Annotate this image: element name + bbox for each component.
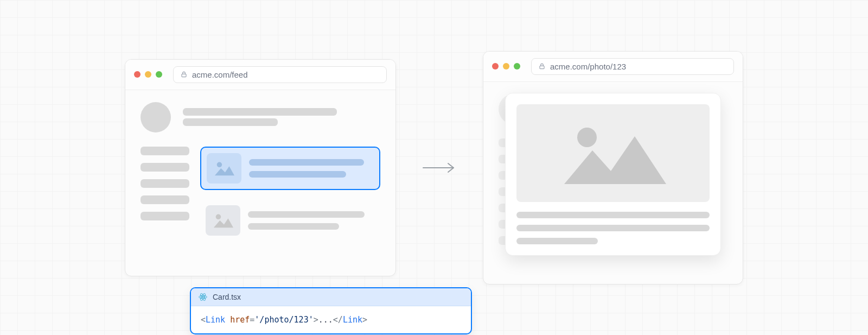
code-filename: Card.tsx <box>213 293 241 301</box>
traffic-lights <box>134 71 162 78</box>
sidebar-skeleton <box>141 147 189 241</box>
skeleton-line <box>141 179 189 188</box>
url-text: acme.com/feed <box>192 70 248 79</box>
skeleton-line <box>249 159 364 166</box>
skeleton-line <box>516 225 710 231</box>
skeleton-line <box>183 108 337 116</box>
skeleton-line <box>516 238 598 244</box>
code-body: <Link href='/photo/123'>...</Link> <box>191 306 471 333</box>
close-icon[interactable] <box>134 71 141 78</box>
url-bar[interactable]: acme.com/feed <box>173 66 387 83</box>
lock-icon <box>180 71 188 78</box>
svg-point-9 <box>577 128 597 147</box>
traffic-lights <box>492 63 520 69</box>
minimize-icon[interactable] <box>503 63 509 69</box>
svg-point-2 <box>216 214 221 219</box>
skeleton-line <box>141 195 189 204</box>
svg-rect-0 <box>182 74 186 77</box>
page-body-feed <box>125 90 395 253</box>
profile-header <box>141 102 380 132</box>
skeleton-line <box>516 212 710 218</box>
svg-rect-8 <box>540 66 544 68</box>
skeleton-line <box>248 223 339 230</box>
minimize-icon[interactable] <box>145 71 151 78</box>
feed-card-selected[interactable] <box>200 147 380 190</box>
page-body-photo <box>483 82 743 257</box>
avatar <box>141 102 171 132</box>
photo-modal <box>505 93 721 256</box>
skeleton-line <box>183 118 278 126</box>
image-placeholder-icon <box>214 160 234 177</box>
arrow-right-icon <box>422 161 457 174</box>
skeleton-line <box>141 212 189 220</box>
browser-window-feed: acme.com/feed <box>125 59 396 276</box>
skeleton-line <box>141 147 189 155</box>
zoom-icon[interactable] <box>514 63 520 69</box>
code-snippet-card: Card.tsx <Link href='/photo/123'>...</Li… <box>190 287 472 334</box>
skeleton-line <box>249 171 346 178</box>
photo-preview <box>516 104 710 202</box>
url-bar[interactable]: acme.com/photo/123 <box>531 58 734 75</box>
browser-titlebar: acme.com/photo/123 <box>483 52 743 82</box>
skeleton-line <box>248 211 365 218</box>
skeleton-line <box>141 163 189 172</box>
card-thumbnail <box>206 205 240 236</box>
react-icon <box>199 293 207 301</box>
lock-icon <box>538 62 546 70</box>
image-placeholder-icon <box>213 212 233 229</box>
url-text: acme.com/photo/123 <box>550 62 626 71</box>
svg-point-1 <box>217 162 222 167</box>
card-thumbnail <box>207 153 241 184</box>
close-icon[interactable] <box>492 63 499 69</box>
zoom-icon[interactable] <box>156 71 162 78</box>
image-placeholder-icon <box>559 118 667 188</box>
browser-titlebar: acme.com/feed <box>125 60 395 90</box>
code-filename-bar: Card.tsx <box>191 288 471 306</box>
feed-card[interactable] <box>200 200 380 241</box>
svg-point-3 <box>202 296 204 298</box>
browser-window-photo: acme.com/photo/123 <box>483 51 743 285</box>
